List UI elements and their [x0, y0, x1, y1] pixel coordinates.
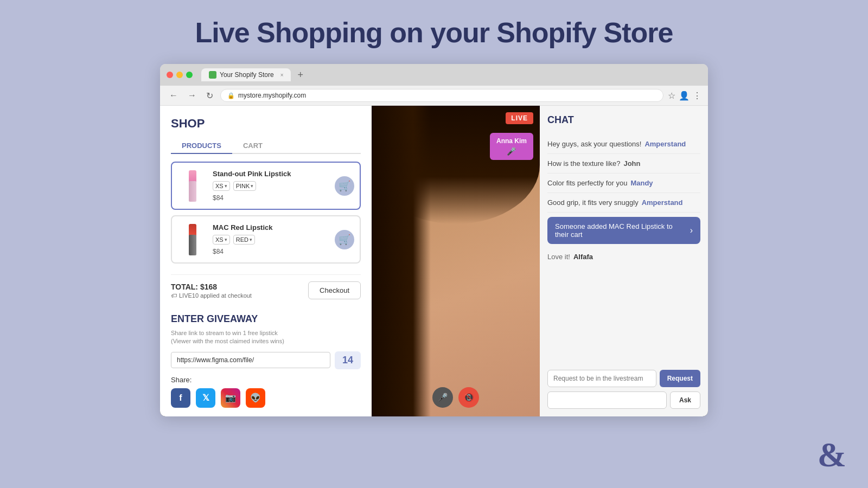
- request-livestream-input[interactable]: [547, 370, 656, 387]
- claimed-count: 14: [335, 351, 361, 369]
- promo-code: 🏷 LIVE10 applied at checkout: [171, 292, 252, 299]
- address-bar[interactable]: 🔒 mystore.myshopify.com: [220, 89, 663, 102]
- video-area: LIVE Anna Kim 🎤 🎤 📵: [372, 106, 540, 416]
- checkout-button[interactable]: Checkout: [308, 281, 361, 299]
- giveaway-section: ENTER GIVEAWAY Share link to stream to w…: [171, 313, 361, 408]
- dot-close[interactable]: [167, 72, 173, 78]
- streamer-name: Anna Kim: [496, 137, 527, 145]
- add-to-cart-button-1[interactable]: 🛒: [335, 176, 354, 196]
- msg-text-2: How is the texture like?: [547, 159, 620, 168]
- tab-favicon: [209, 71, 216, 79]
- new-tab-button[interactable]: +: [297, 69, 303, 81]
- color-select-1[interactable]: PINK ▾: [233, 181, 257, 191]
- product-info-red: MAC Red Lipstick XS ▾ RED ▾ $84: [213, 223, 329, 255]
- product-card-red-lipstick: MAC Red Lipstick XS ▾ RED ▾ $84 🛒: [171, 215, 361, 264]
- instagram-share-button[interactable]: 📷: [221, 388, 240, 408]
- ask-input[interactable]: [547, 391, 667, 409]
- giveaway-link-input[interactable]: [171, 352, 330, 368]
- total-label: TOTAL: $168: [171, 282, 252, 291]
- lock-icon: 🔒: [227, 92, 235, 99]
- add-to-cart-button-2[interactable]: 🛒: [335, 230, 354, 249]
- chat-message-4: Good grip, it fits very snuggly Ampersta…: [547, 193, 700, 213]
- forward-button[interactable]: →: [185, 89, 199, 101]
- tag-icon: 🏷: [171, 292, 177, 299]
- mute-button[interactable]: 🎤: [432, 387, 453, 408]
- love-text: Love it!: [547, 253, 570, 261]
- chat-messages: Hey guys, ask your questions! Amperstand…: [547, 134, 700, 364]
- product-name-1: Stand-out Pink Lipstick: [213, 170, 329, 178]
- browser-content: SHOP PRODUCTS CART Stand-out Pink Lipsti…: [160, 106, 708, 416]
- chevron-down-icon: ▾: [225, 183, 227, 189]
- product-options-2: XS ▾ RED ▾: [213, 235, 329, 245]
- chat-request-row: Request: [547, 370, 700, 387]
- shop-panel: SHOP PRODUCTS CART Stand-out Pink Lipsti…: [160, 106, 372, 416]
- tab-title: Your Shopify Store: [220, 71, 274, 79]
- browser-window: Your Shopify Store × + ← → ↻ 🔒 mystore.m…: [160, 64, 708, 416]
- product-price-1: $84: [213, 194, 329, 202]
- amp-logo: &: [818, 435, 846, 475]
- giveaway-desc: Share link to stream to win 1 free lipst…: [171, 329, 361, 346]
- browser-dots: [167, 72, 193, 78]
- chat-ask-row: Ask: [547, 391, 700, 409]
- chat-panel: CHAT Hey guys, ask your questions! Amper…: [540, 106, 708, 416]
- lipstick-tube-red: [189, 235, 196, 255]
- bookmark-icon[interactable]: ☆: [668, 91, 675, 101]
- shop-title: SHOP: [171, 117, 361, 131]
- giveaway-row: 14: [171, 351, 361, 369]
- size-select-2[interactable]: XS ▾: [213, 235, 230, 245]
- mic-icon: 🎤: [496, 147, 527, 156]
- tab-products[interactable]: PRODUCTS: [171, 138, 232, 154]
- browser-topbar: Your Shopify Store × +: [160, 64, 708, 86]
- product-image-red: [177, 222, 207, 257]
- chat-message-3: Color fits perfectly for you Mandy: [547, 174, 700, 193]
- chat-title: CHAT: [547, 114, 700, 126]
- msg-text-1: Hey guys, ask your questions!: [547, 140, 641, 148]
- refresh-button[interactable]: ↻: [203, 89, 216, 102]
- shop-tabs: PRODUCTS CART: [171, 138, 361, 154]
- product-options-1: XS ▾ PINK ▾: [213, 181, 329, 191]
- tab-cart[interactable]: CART: [232, 138, 273, 154]
- cart-notification[interactable]: Someone added MAC Red Lipstick to their …: [547, 217, 700, 244]
- msg-user-4: Amperstand: [642, 198, 683, 207]
- product-image-pink: [177, 168, 207, 203]
- streamer-badge: Anna Kim 🎤: [490, 133, 533, 160]
- lipstick-red-graphic: [188, 224, 197, 255]
- giveaway-title: ENTER GIVEAWAY: [171, 313, 361, 325]
- facebook-share-button[interactable]: f: [171, 388, 190, 408]
- tab-close-icon[interactable]: ×: [280, 72, 284, 78]
- chevron-down-icon: ▾: [250, 237, 252, 242]
- msg-user-1: Amperstand: [644, 140, 686, 148]
- dot-maximize[interactable]: [186, 72, 193, 78]
- msg-user-3: Mandy: [630, 179, 653, 187]
- back-button[interactable]: ←: [167, 89, 181, 101]
- reddit-share-button[interactable]: 👽: [246, 388, 265, 408]
- browser-tab[interactable]: Your Shopify Store ×: [201, 68, 291, 81]
- chat-message-love: Love it! Alfafa: [547, 248, 700, 265]
- total-info: TOTAL: $168 🏷 LIVE10 applied at checkout: [171, 282, 252, 299]
- lipstick-bullet-red: [189, 224, 196, 236]
- end-call-button[interactable]: 📵: [458, 387, 479, 408]
- twitter-share-button[interactable]: 𝕏: [196, 388, 215, 408]
- claimed-invites-badge: 14: [335, 351, 361, 369]
- chat-message-2: How is the texture like? John: [547, 154, 700, 174]
- msg-text-4: Good grip, it fits very snuggly: [547, 198, 639, 207]
- color-select-2[interactable]: RED ▾: [233, 235, 255, 245]
- size-select-1[interactable]: XS ▾: [213, 181, 230, 191]
- live-badge: LIVE: [506, 112, 533, 124]
- lipstick-tube: [189, 181, 196, 202]
- msg-text-3: Color fits perfectly for you: [547, 179, 627, 187]
- menu-icon[interactable]: ⋮: [693, 91, 701, 101]
- request-button[interactable]: Request: [660, 370, 700, 387]
- product-info-pink: Stand-out Pink Lipstick XS ▾ PINK ▾ $84: [213, 170, 329, 202]
- chevron-down-icon: ▾: [251, 183, 253, 189]
- page-title: Live Shopping on your Shopify Store: [195, 16, 673, 49]
- msg-user-2: John: [623, 159, 640, 168]
- chat-input-area: Request Ask: [547, 370, 700, 409]
- share-label: Share:: [171, 376, 361, 384]
- product-card-pink-lipstick: Stand-out Pink Lipstick XS ▾ PINK ▾ $84 …: [171, 162, 361, 210]
- profile-icon[interactable]: 👤: [679, 91, 690, 101]
- url-text: mystore.myshopify.com: [238, 92, 306, 99]
- ask-button[interactable]: Ask: [670, 391, 700, 409]
- dot-minimize[interactable]: [176, 72, 183, 78]
- notification-arrow-icon: ›: [690, 226, 693, 235]
